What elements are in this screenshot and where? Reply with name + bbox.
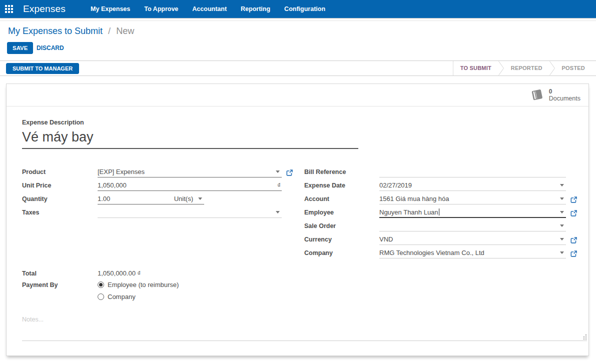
product-value: [EXP] Expenses (98, 168, 145, 176)
quantity-field[interactable]: 1.00 Unit(s) (98, 194, 204, 204)
product-field[interactable]: [EXP] Expenses (98, 166, 282, 178)
dropdown-caret-icon[interactable] (560, 198, 564, 200)
expense-form-screen: Expenses My Expenses To Approve Accounta… (0, 0, 596, 364)
left-field-column: Product [EXP] Expenses Unit Price 1,050,… (22, 164, 293, 218)
status-pipeline: TO SUBMIT REPORTED POSTED (453, 61, 596, 76)
breadcrumb-parent-link[interactable]: My Expenses to Submit (8, 26, 103, 36)
quantity-value: 1.00 (98, 195, 110, 202)
bill-reference-label: Bill Reference (304, 167, 379, 178)
company-field[interactable]: RMG Technologies Vietnam Co., Ltd (379, 248, 566, 258)
account-field[interactable]: 1561 Giá mua hàng hóa (379, 194, 566, 204)
radio-option-employee[interactable]: Employee (to reimburse) (98, 281, 179, 288)
text-cursor (439, 208, 439, 216)
account-value: 1561 Giá mua hàng hóa (379, 195, 449, 202)
external-link-icon[interactable] (286, 170, 293, 176)
documents-count: 0 (549, 88, 552, 95)
dropdown-caret-icon[interactable] (560, 238, 564, 240)
external-link-icon[interactable] (570, 196, 577, 203)
sale-order-label: Sale Order (304, 221, 379, 232)
radio-unselected-icon[interactable] (98, 294, 104, 300)
app-brand[interactable]: Expenses (23, 4, 66, 14)
taxes-field[interactable] (98, 207, 282, 218)
chevron-right-icon (549, 61, 555, 76)
button-box: 0 Documents (7, 84, 588, 106)
payment-by-radio-group: Employee (to reimburse) Company (98, 281, 179, 300)
bill-reference-field[interactable] (379, 166, 566, 178)
apps-grid-icon[interactable] (5, 5, 13, 13)
nav-item-configuration[interactable]: Configuration (277, 0, 332, 18)
status-reported[interactable]: REPORTED (504, 61, 549, 76)
notes-textarea[interactable] (22, 314, 587, 341)
employee-label: Employee (304, 208, 379, 218)
radio-selected-icon[interactable] (98, 282, 104, 288)
statusbar: SUBMIT TO MANAGER TO SUBMIT REPORTED POS… (0, 60, 596, 76)
submit-to-manager-button[interactable]: SUBMIT TO MANAGER (6, 63, 79, 74)
nav-item-to-approve[interactable]: To Approve (137, 0, 185, 18)
currency-symbol: ₫ (277, 182, 281, 189)
discard-button[interactable]: DISCARD (37, 44, 64, 52)
product-label: Product (22, 167, 98, 178)
dropdown-caret-icon[interactable] (560, 224, 564, 227)
employee-value: Nguyen Thanh Luan (379, 208, 438, 216)
nav-item-reporting[interactable]: Reporting (234, 0, 277, 18)
currency-value: VND (379, 236, 393, 243)
form-sheet: 0 Documents Expense Description Product … (6, 84, 589, 356)
top-navbar: Expenses My Expenses To Approve Accounta… (0, 0, 596, 18)
status-to-submit[interactable]: TO SUBMIT (453, 61, 498, 76)
external-link-icon[interactable] (570, 237, 577, 244)
book-icon (531, 89, 544, 101)
unit-price-label: Unit Price (22, 180, 98, 191)
radio-option-company[interactable]: Company (98, 293, 179, 300)
unit-price-value: 1,050,000 (98, 182, 127, 189)
expense-description-label: Expense Description (22, 119, 84, 126)
expense-date-field[interactable]: 02/27/2019 (379, 180, 566, 191)
sale-order-field[interactable] (379, 220, 566, 232)
dropdown-caret-icon[interactable] (276, 211, 280, 214)
nav-item-my-expenses[interactable]: My Expenses (84, 0, 137, 18)
notes-section (22, 314, 587, 341)
radio-option-label: Company (108, 293, 136, 300)
expense-date-value: 02/27/2019 (379, 182, 412, 189)
right-field-column: Bill Reference Expense Date 02/27/2019 A… (304, 164, 577, 258)
chevron-right-icon (498, 61, 504, 76)
currency-field[interactable]: VND (379, 234, 566, 245)
totals-block: Total 1,050,000.00 ₫ Payment By Employee… (22, 270, 179, 304)
expense-description-input[interactable] (22, 128, 358, 149)
dropdown-caret-icon[interactable] (560, 252, 564, 254)
save-button[interactable]: SAVE (7, 42, 33, 54)
dropdown-caret-icon[interactable] (560, 184, 564, 186)
total-value: 1,050,000.00 ₫ (98, 270, 141, 278)
status-posted[interactable]: POSTED (555, 61, 592, 76)
company-value: RMG Technologies Vietnam Co., Ltd (379, 249, 484, 256)
dropdown-caret-icon[interactable] (560, 211, 564, 214)
employee-field[interactable]: Nguyen Thanh Luan (379, 207, 566, 218)
company-label: Company (304, 248, 379, 258)
taxes-label: Taxes (22, 208, 98, 218)
nav-menu: My Expenses To Approve Accountant Report… (84, 0, 332, 18)
account-label: Account (304, 194, 379, 204)
expense-date-label: Expense Date (304, 180, 379, 191)
external-link-icon[interactable] (570, 250, 577, 257)
breadcrumb-separator: / (108, 26, 111, 36)
unit-price-field[interactable]: 1,050,000 ₫ (98, 180, 282, 191)
payment-by-label: Payment By (22, 281, 98, 300)
navbar-divider (0, 20, 596, 21)
external-link-icon[interactable] (570, 210, 577, 216)
uom-value[interactable]: Unit(s) (174, 195, 193, 202)
quantity-label: Quantity (22, 194, 98, 204)
documents-stat-button[interactable]: 0 Documents (525, 84, 587, 106)
currency-label: Currency (304, 234, 379, 245)
nav-item-accountant[interactable]: Accountant (185, 0, 234, 18)
documents-label: Documents (549, 95, 580, 102)
radio-option-label: Employee (to reimburse) (108, 281, 179, 288)
total-label: Total (22, 270, 98, 278)
breadcrumb: My Expenses to Submit / New (8, 26, 134, 36)
dropdown-caret-icon[interactable] (276, 170, 280, 173)
breadcrumb-current: New (116, 26, 134, 36)
dropdown-caret-icon[interactable] (198, 198, 202, 200)
